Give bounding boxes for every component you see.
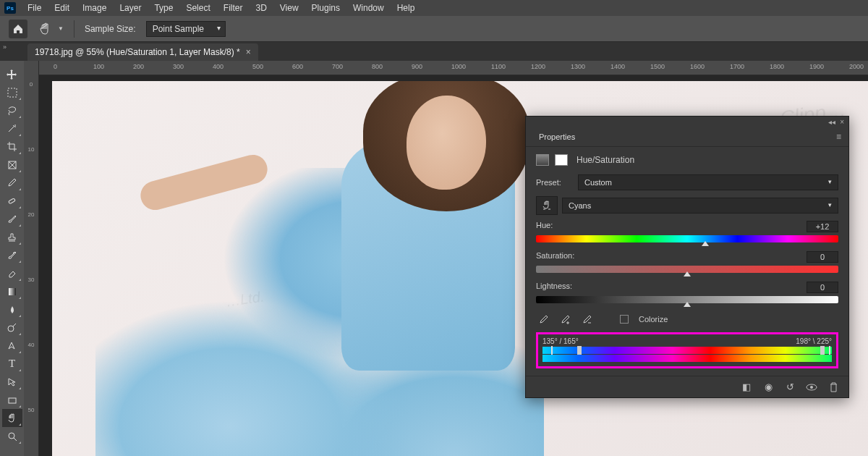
lightness-label: Lightness: [536,282,572,293]
tool-eyedropper[interactable] [2,174,22,192]
home-button[interactable] [9,20,27,38]
panel-footer: ◧ ◉ ↺ [526,376,848,397]
tool-preset-caret[interactable]: ▼ [58,25,64,32]
tool-type[interactable]: T [2,355,22,373]
svg-rect-2 [9,198,16,204]
ruler-h-mark: 1200 [531,63,545,70]
menu-edit[interactable]: Edit [48,1,75,14]
ruler-h-mark: 1800 [770,63,784,70]
toggle-visibility-icon[interactable] [805,381,818,393]
tool-dodge[interactable] [2,318,22,337]
range-stop-right[interactable] [820,346,825,355]
color-range-input-bar[interactable] [542,347,832,354]
view-previous-icon[interactable]: ◉ [762,381,775,393]
sample-size-select[interactable]: Point Sample [146,21,226,37]
ruler-h-mark: 1900 [809,63,824,70]
close-panel-icon[interactable]: × [840,118,844,126]
vertical-ruler[interactable]: 0 10 20 30 40 50 [24,61,39,456]
hue-slider[interactable] [536,235,838,242]
ruler-h-mark: 100 [93,63,104,70]
tool-pen[interactable] [2,337,22,355]
eyedropper-add-button[interactable] [558,312,572,326]
color-channel-select[interactable]: Cyans [562,198,838,214]
targeted-adjust-button[interactable] [536,196,558,215]
properties-panel: ◂◂ × Properties ≡ Hue/Saturation Preset:… [525,116,849,398]
ruler-h-mark: 1500 [650,63,665,70]
app-logo: Ps [4,2,16,14]
menu-plugins[interactable]: Plugins [306,1,346,14]
ruler-h-mark: 200 [133,63,144,70]
tool-heal[interactable] [2,192,22,210]
tool-shape[interactable] [2,391,22,409]
hue-slider-thumb[interactable] [702,241,709,246]
menu-view[interactable]: View [274,1,305,14]
saturation-value-input[interactable]: 0 [807,251,838,263]
current-tool-icon[interactable] [38,21,54,37]
tool-path-select[interactable] [2,373,22,391]
lightness-slider-thumb[interactable] [684,302,691,307]
menu-filter[interactable]: Filter [218,1,249,14]
menu-file[interactable]: File [22,1,47,14]
tool-gradient[interactable] [2,282,22,300]
tool-palette: T [0,61,24,456]
color-range-strip: 135° / 165° 198° \ 225° [536,332,838,368]
color-range-output-bar [542,355,832,362]
menu-3d[interactable]: 3D [250,1,272,14]
document-tab[interactable]: 19718.jpg @ 55% (Hue/Saturation 1, Layer… [27,43,258,61]
finger-scrub-icon [541,200,553,211]
tool-lasso[interactable] [2,101,22,119]
saturation-slider[interactable] [536,266,838,273]
layer-mask-thumb-icon[interactable] [555,154,568,166]
tool-marquee[interactable] [2,83,22,101]
menu-image[interactable]: Image [77,1,112,14]
ruler-h-mark: 1700 [730,63,744,70]
saturation-slider-thumb[interactable] [684,271,691,276]
ruler-h-mark: 700 [332,63,343,70]
tool-move[interactable] [2,65,22,83]
tool-frame[interactable] [2,156,22,174]
reset-icon[interactable]: ↺ [783,381,796,393]
horizontal-ruler[interactable]: 0 100 200 300 400 500 600 700 800 900 10… [39,61,868,75]
lightness-slider[interactable] [536,296,838,303]
menu-select[interactable]: Select [180,1,216,14]
ruler-h-mark: 800 [372,63,383,70]
menu-type[interactable]: Type [148,1,179,14]
menu-help[interactable]: Help [391,1,421,14]
tool-history-brush[interactable] [2,246,22,264]
colorize-checkbox[interactable] [620,315,629,324]
collapse-panel-icon[interactable]: ◂◂ [828,118,835,126]
ruler-h-mark: 2000 [849,63,864,70]
close-tab-icon[interactable]: × [246,47,251,57]
svg-point-6 [9,433,14,439]
delete-adjustment-icon[interactable] [827,381,840,393]
tool-crop[interactable] [2,138,22,156]
ruler-v-mark: 20 [24,211,38,218]
image-face [407,96,486,190]
tool-stamp[interactable] [2,228,22,246]
eyedropper-button[interactable] [536,312,550,326]
properties-tab[interactable]: Properties [533,128,581,145]
ruler-h-mark: 1000 [451,63,466,70]
eyedropper-subtract-button[interactable] [579,312,594,326]
menu-bar: Ps File Edit Image Layer Type Select Fil… [0,0,868,16]
ruler-v-mark: 40 [24,342,38,348]
preset-select[interactable]: Custom [578,174,838,190]
hue-value-input[interactable]: +12 [807,221,838,232]
tool-eraser[interactable] [2,264,22,282]
tool-wand[interactable] [2,119,22,138]
range-falloff-right[interactable] [829,346,830,355]
tool-brush[interactable] [2,210,22,228]
range-falloff-left[interactable] [551,346,553,355]
lightness-value-input[interactable]: 0 [807,282,838,293]
ruler-h-mark: 600 [292,63,303,70]
tool-hand[interactable] [2,409,22,427]
clip-to-layer-icon[interactable]: ◧ [740,381,753,393]
ruler-v-mark: 10 [24,146,38,153]
expand-panels-icon[interactable]: » [3,43,7,51]
range-stop-left[interactable] [577,346,582,355]
menu-layer[interactable]: Layer [114,1,147,14]
panel-menu-icon[interactable]: ≡ [836,132,841,142]
tool-blur[interactable] [2,300,22,318]
tool-zoom[interactable] [2,427,22,445]
menu-window[interactable]: Window [347,1,390,14]
